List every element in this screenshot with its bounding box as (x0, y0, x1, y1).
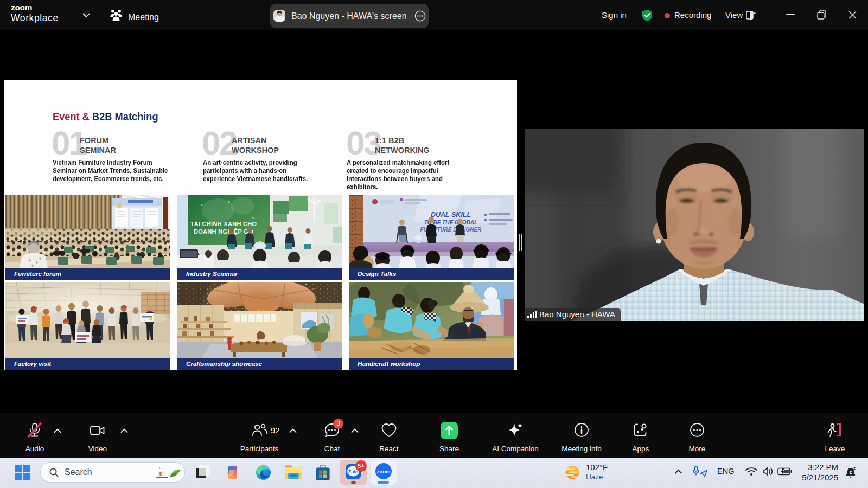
svg-text:z: z (850, 470, 852, 475)
svg-text:z: z (853, 466, 856, 471)
svg-text:DUAL SKILL: DUAL SKILL (431, 211, 471, 219)
svg-text:DOANH NGHIỆP GỖ: DOANH NGHIỆP GỖ (194, 228, 253, 235)
svg-text:TÀI CHÍNH XANH CHO: TÀI CHÍNH XANH CHO (190, 221, 257, 227)
svg-text:zoom: zoom (377, 468, 391, 474)
